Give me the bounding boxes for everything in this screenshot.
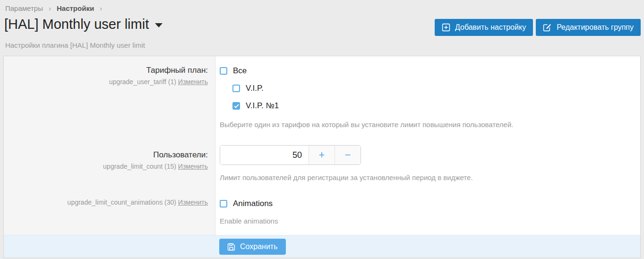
setting-row-users: Пользователи: upgrade_limit_count (15) И…: [4, 140, 640, 191]
breadcrumb-item-parameters[interactable]: Параметры: [5, 4, 43, 12]
user-limit-stepper: + −: [220, 145, 361, 165]
checkbox-icon[interactable]: [220, 67, 227, 75]
add-setting-button-label: Добавить настройку: [455, 23, 526, 32]
edit-pencil-icon: [543, 23, 552, 32]
setting-row-tariff: Тарифный план: upgrade_user_tariff (1) И…: [4, 56, 640, 140]
breadcrumb-separator-icon: ›: [49, 5, 51, 12]
plus-square-icon: [442, 23, 450, 32]
breadcrumb: Параметры › Настройки ›: [0, 0, 644, 12]
setting-row-animations: upgrade_limit_count_animations (30) Изме…: [4, 191, 640, 235]
checkbox-icon[interactable]: [232, 102, 240, 110]
animations-help-text: Enable animations: [220, 216, 640, 225]
edit-group-button[interactable]: Редактировать группу: [536, 19, 641, 36]
checkbox-label: Все: [233, 66, 247, 76]
tariff-option-vip[interactable]: V.I.P.: [232, 84, 264, 93]
checkbox-icon[interactable]: [220, 200, 227, 207]
decrement-button[interactable]: −: [335, 146, 361, 164]
header-actions: Добавить настройку Редактировать группу: [435, 19, 641, 36]
page-title: [HAL] Monthly user limit: [4, 15, 149, 33]
tariff-meta-text: upgrade_user_tariff (1): [109, 78, 176, 86]
settings-panel: Тарифный план: upgrade_user_tariff (1) И…: [3, 56, 641, 258]
tariff-option-vip1[interactable]: V.I.P. №1: [232, 101, 279, 111]
animations-option-cell: Animations Enable animations: [215, 191, 640, 235]
increment-button[interactable]: +: [309, 146, 335, 164]
tariff-field-meta: upgrade_user_tariff (1) Изменить: [4, 78, 208, 86]
breadcrumb-separator-icon: ›: [100, 5, 102, 12]
form-footer: Сохранить: [4, 235, 640, 258]
users-meta-text: upgrade_limit_count (15): [103, 163, 176, 170]
chevron-down-icon: [155, 23, 163, 27]
add-setting-button[interactable]: Добавить настройку: [435, 19, 533, 36]
save-button-label: Сохранить: [240, 242, 278, 251]
animations-meta-text: upgrade_limit_count_animations (30): [68, 199, 176, 206]
checkbox-label: Animations: [233, 199, 273, 208]
save-floppy-icon: [227, 243, 235, 251]
tariff-edit-link[interactable]: Изменить: [178, 78, 208, 86]
tariff-options-cell: Все V.I.P. V.I.P. №1 Выберите один из та…: [215, 56, 640, 140]
checkbox-icon[interactable]: [232, 85, 240, 92]
users-field-meta: upgrade_limit_count (15) Изменить: [4, 163, 208, 171]
users-edit-link[interactable]: Изменить: [178, 163, 208, 170]
animations-field-meta: upgrade_limit_count_animations (30) Изме…: [4, 199, 208, 207]
tariff-label-cell: Тарифный план: upgrade_user_tariff (1) И…: [4, 56, 215, 140]
checkbox-label: V.I.P. №1: [246, 101, 279, 111]
tariff-option-all[interactable]: Все: [220, 66, 247, 76]
save-button[interactable]: Сохранить: [219, 239, 286, 255]
page-subtitle: Настройки плагина [HAL] Monthly user lim…: [5, 41, 644, 50]
animations-label-cell: upgrade_limit_count_animations (30) Изме…: [4, 191, 215, 235]
users-label-cell: Пользователи: upgrade_limit_count (15) И…: [4, 140, 215, 191]
users-field-label: Пользователи:: [4, 150, 208, 160]
breadcrumb-item-settings[interactable]: Настройки: [57, 4, 94, 12]
users-help-text: Лимит пользователей для регистрации за у…: [220, 173, 640, 182]
checkbox-label: V.I.P.: [246, 84, 264, 93]
plugin-title-dropdown[interactable]: [HAL] Monthly user limit: [4, 15, 163, 33]
edit-group-button-label: Редактировать группу: [557, 23, 634, 32]
users-input-cell: + − Лимит пользователей для регистрации …: [215, 140, 640, 191]
user-limit-input[interactable]: [220, 146, 309, 164]
animations-option[interactable]: Animations: [220, 199, 273, 208]
tariff-field-label: Тарифный план:: [4, 65, 208, 75]
tariff-help-text: Выберите один из тарифов на который вы у…: [220, 120, 640, 129]
animations-edit-link[interactable]: Изменить: [178, 199, 208, 206]
